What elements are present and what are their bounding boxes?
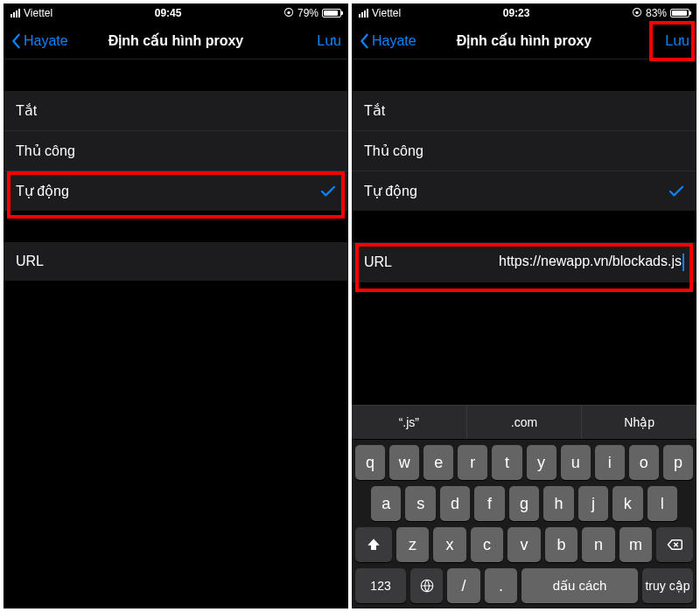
key-w[interactable]: w xyxy=(389,445,419,480)
alarm-icon: ⦿ xyxy=(284,7,294,19)
alarm-icon: ⦿ xyxy=(632,7,642,19)
chevron-left-icon xyxy=(359,33,369,49)
key-k[interactable]: k xyxy=(612,486,642,521)
key-t[interactable]: t xyxy=(492,445,522,480)
option-auto[interactable]: Tự động xyxy=(4,171,348,211)
key-s[interactable]: s xyxy=(405,486,435,521)
key-f[interactable]: f xyxy=(474,486,504,521)
option-off[interactable]: Tắt xyxy=(352,91,696,131)
key-q[interactable]: q xyxy=(355,445,385,480)
key-p[interactable]: p xyxy=(663,445,693,480)
status-bar: Viettel 09:45 ⦿ 79% xyxy=(4,3,348,23)
key-a[interactable]: a xyxy=(371,486,401,521)
shift-icon xyxy=(366,537,382,553)
battery-icon xyxy=(670,9,690,17)
option-label: Thủ công xyxy=(16,143,75,159)
go-key[interactable]: truy cập xyxy=(642,568,693,603)
status-bar: Viettel 09:23 ⦿ 83% xyxy=(352,3,696,23)
back-button[interactable]: Hayate xyxy=(10,33,68,49)
key-j[interactable]: j xyxy=(578,486,608,521)
nav-bar: Hayate Định cấu hình proxy Lưu xyxy=(352,23,696,59)
url-label: URL xyxy=(364,254,434,270)
key-v[interactable]: v xyxy=(508,527,540,562)
option-label: Tắt xyxy=(364,102,385,119)
phone-left: Viettel 09:45 ⦿ 79% Hayate Định cấu hình… xyxy=(4,3,348,609)
battery-pct: 83% xyxy=(646,7,667,19)
proxy-mode-group: Tắt Thủ công Tự động xyxy=(352,91,696,211)
key-r[interactable]: r xyxy=(458,445,487,480)
backspace-icon xyxy=(667,537,682,553)
proxy-mode-group: Tắt Thủ công Tự động xyxy=(4,91,348,211)
carrier-label: Viettel xyxy=(24,7,52,19)
clock: 09:45 xyxy=(52,7,284,19)
chevron-left-icon xyxy=(10,33,21,49)
key-h[interactable]: h xyxy=(543,486,573,521)
nav-bar: Hayate Định cấu hình proxy Lưu xyxy=(4,23,348,59)
url-row[interactable]: URL xyxy=(4,242,348,281)
clock: 09:23 xyxy=(401,7,632,19)
dot-key[interactable]: . xyxy=(485,568,517,603)
shortcut-quote[interactable]: “.js” xyxy=(352,406,467,439)
key-l[interactable]: l xyxy=(648,486,677,521)
key-m[interactable]: m xyxy=(620,527,652,562)
option-label: Thủ công xyxy=(364,143,424,159)
save-button[interactable]: Lưu xyxy=(317,32,341,49)
option-off[interactable]: Tắt xyxy=(4,91,348,131)
key-y[interactable]: y xyxy=(527,445,556,480)
phone-right: Viettel 09:23 ⦿ 83% Hayate Định cấu hình… xyxy=(352,3,696,609)
back-label: Hayate xyxy=(372,33,416,49)
battery-pct: 79% xyxy=(298,7,318,19)
key-i[interactable]: i xyxy=(595,445,625,480)
shortcut-com[interactable]: .com xyxy=(467,406,583,439)
content-area: Tắt Thủ công Tự động URL https://newapp.… xyxy=(352,59,696,609)
url-row[interactable]: URL https://newapp.vn/blockads.js xyxy=(352,242,696,282)
option-auto[interactable]: Tự động xyxy=(352,171,696,211)
key-c[interactable]: c xyxy=(471,527,503,562)
carrier-label: Viettel xyxy=(372,7,401,19)
back-button[interactable]: Hayate xyxy=(359,33,416,49)
backspace-key[interactable] xyxy=(656,527,693,562)
key-d[interactable]: d xyxy=(440,486,470,521)
keyboard: qwertyuiop asdfghjkl zxcvbnm 123 xyxy=(352,440,696,609)
shortcut-enter[interactable]: Nhập xyxy=(582,406,696,439)
option-label: Tự động xyxy=(364,183,417,199)
key-e[interactable]: e xyxy=(424,445,453,480)
slash-key[interactable]: / xyxy=(447,568,480,603)
back-label: Hayate xyxy=(24,33,68,49)
globe-key[interactable] xyxy=(410,568,443,603)
globe-icon xyxy=(419,578,435,594)
space-key[interactable]: dấu cách xyxy=(522,568,638,603)
option-label: Tắt xyxy=(16,102,37,119)
signal-icon xyxy=(10,9,20,17)
key-g[interactable]: g xyxy=(509,486,539,521)
option-manual[interactable]: Thủ công xyxy=(4,131,348,171)
key-z[interactable]: z xyxy=(396,527,429,562)
key-n[interactable]: n xyxy=(582,527,614,562)
shift-key[interactable] xyxy=(355,527,392,562)
key-b[interactable]: b xyxy=(545,527,578,562)
numbers-key[interactable]: 123 xyxy=(355,568,406,603)
content-area: Tắt Thủ công Tự động URL xyxy=(4,59,348,609)
key-x[interactable]: x xyxy=(433,527,466,562)
checkmark-icon xyxy=(668,185,684,198)
keyboard-shortcuts: “.js” .com Nhập xyxy=(352,405,696,440)
signal-icon xyxy=(359,9,368,17)
key-u[interactable]: u xyxy=(561,445,591,480)
save-button[interactable]: Lưu xyxy=(665,32,690,49)
key-o[interactable]: o xyxy=(629,445,659,480)
url-value: https://newapp.vn/blockads.js xyxy=(434,254,684,271)
option-label: Tự động xyxy=(16,183,69,199)
text-caret xyxy=(682,254,684,271)
url-label: URL xyxy=(16,254,86,269)
checkmark-icon xyxy=(320,185,336,198)
battery-icon xyxy=(322,9,341,17)
option-manual[interactable]: Thủ công xyxy=(352,131,696,171)
